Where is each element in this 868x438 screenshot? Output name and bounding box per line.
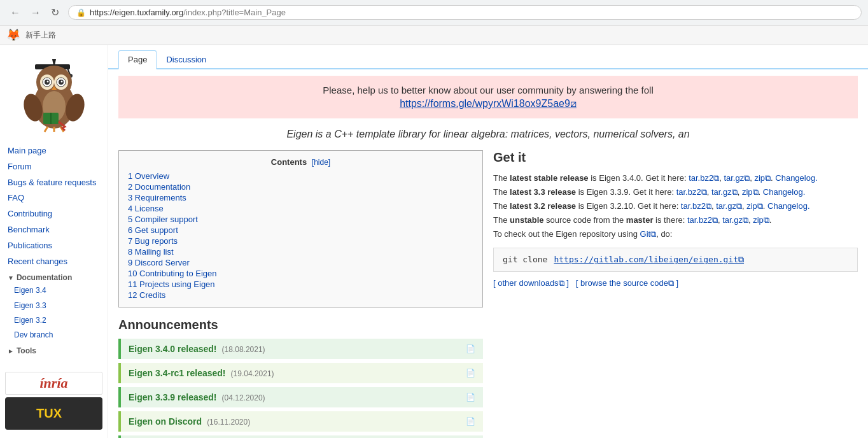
refresh-button[interactable]: ↻ bbox=[47, 5, 63, 20]
toc-hide[interactable]: [hide] bbox=[312, 158, 330, 167]
toc-item: 9 Discord Server bbox=[128, 257, 473, 268]
33-tar-bz2[interactable]: tar.bz2⧉ bbox=[676, 187, 707, 197]
top-bar: 🦊 新手上路 bbox=[0, 25, 868, 45]
get-it-text: The latest stable release is Eigen 3.4.0… bbox=[493, 171, 858, 241]
33-tar-gz[interactable]: tar.gz⧉ bbox=[711, 187, 738, 197]
unstable-bold: unstable bbox=[510, 215, 543, 225]
sidebar-nav: Main page Forum Bugs & feature requests … bbox=[0, 143, 108, 357]
forward-button[interactable]: → bbox=[27, 5, 45, 20]
toc-item: 1 Overview bbox=[128, 171, 473, 181]
svg-line-18 bbox=[45, 127, 48, 132]
unstable-tar-bz2[interactable]: tar.bz2⧉ bbox=[687, 215, 718, 225]
code-block: git clone https://gitlab.com/libeigen/ei… bbox=[493, 248, 858, 272]
tools-section[interactable]: ► Tools bbox=[5, 343, 102, 357]
announce-card-1: Eigen 3.4.0 released!(18.08.2021) 📄 bbox=[118, 339, 483, 359]
other-downloads-link[interactable]: [ other downloads⧉ ] bbox=[493, 278, 569, 288]
browse-source-link[interactable]: [ browse the source code⧉ ] bbox=[576, 278, 678, 288]
sidebar: Main page Forum Bugs & feature requests … bbox=[0, 45, 108, 438]
banner-link[interactable]: https://forms.gle/wpyrxWi18ox9Z5ae9⧄ bbox=[131, 98, 845, 110]
git-command: git clone bbox=[503, 255, 547, 265]
unstable-zip[interactable]: zip⧉ bbox=[753, 215, 769, 225]
toc-link-12[interactable]: 12 Credits bbox=[128, 290, 165, 300]
toc-item: 3 Requirements bbox=[128, 192, 473, 203]
master-bold: master bbox=[626, 215, 654, 225]
documentation-subsection: Eigen 3.4 Eigen 3.3 Eigen 3.2 Dev branch bbox=[5, 283, 102, 343]
announce-date-3: (04.12.2020) bbox=[222, 393, 265, 402]
sidebar-item-contributing[interactable]: Contributing bbox=[5, 206, 102, 222]
col-left: Contents [hide] 1 Overview 2 Documentati… bbox=[118, 150, 483, 438]
address-bar[interactable]: 🔒 https://eigen.tuxfamily.org/index.php?… bbox=[68, 5, 862, 20]
32-zip[interactable]: zip⧉ bbox=[746, 201, 763, 211]
announce-icon-2: 📄 bbox=[466, 369, 475, 378]
tagline: Eigen is a C++ template library for line… bbox=[118, 129, 858, 140]
lock-icon: 🔒 bbox=[76, 8, 86, 17]
33-changelog[interactable]: Changelog. bbox=[763, 187, 806, 197]
announce-icon-3: 📄 bbox=[466, 393, 475, 402]
toc-item: 11 Projects using Eigen bbox=[128, 279, 473, 290]
sidebar-item-dev-branch[interactable]: Dev branch bbox=[11, 328, 102, 343]
sidebar-item-eigen32[interactable]: Eigen 3.2 bbox=[11, 313, 102, 328]
sidebar-item-forum[interactable]: Forum bbox=[5, 159, 102, 175]
sidebar-item-faq[interactable]: FAQ bbox=[5, 190, 102, 206]
toc-link-5[interactable]: 5 Compiler support bbox=[128, 215, 198, 224]
svg-text:TUX: TUX bbox=[36, 406, 62, 420]
sidebar-item-bugs[interactable]: Bugs & feature requests bbox=[5, 175, 102, 191]
toc-item: 12 Credits bbox=[128, 290, 473, 300]
toc-link-10[interactable]: 10 Contributing to Eigen bbox=[128, 269, 216, 278]
get-it-title: Get it bbox=[493, 150, 858, 165]
firefox-logo: 🦊 bbox=[6, 28, 20, 42]
stable-zip[interactable]: zip⧉ bbox=[754, 173, 771, 183]
32-changelog[interactable]: Changelog. bbox=[767, 201, 810, 211]
33-zip[interactable]: zip⧉ bbox=[742, 187, 759, 197]
git-link[interactable]: Git⧉ bbox=[640, 229, 657, 239]
announce-card-4: Eigen on Discord(16.11.2020) 📄 bbox=[118, 411, 483, 432]
toc-link-4[interactable]: 4 License bbox=[128, 204, 164, 213]
toc-link-3[interactable]: 3 Requirements bbox=[128, 193, 186, 202]
announce-card-5: Eigen 3.3.8 released!(05.10.2020) 📄 bbox=[118, 435, 483, 438]
get-it-links: [ other downloads⧉ ] [ browse the source… bbox=[493, 278, 858, 288]
documentation-section[interactable]: ▼ Documentation bbox=[5, 269, 102, 283]
toc-link-8[interactable]: 8 Mailing list bbox=[128, 247, 174, 257]
stable-tar-gz[interactable]: tar.gz⧉ bbox=[724, 173, 750, 183]
two-col: Contents [hide] 1 Overview 2 Documentati… bbox=[118, 150, 858, 438]
announce-icon-1: 📄 bbox=[466, 344, 475, 353]
32-tar-gz[interactable]: tar.gz⧉ bbox=[716, 201, 742, 211]
stable-tar-bz2[interactable]: tar.bz2⧉ bbox=[689, 173, 719, 183]
announce-date-1: (18.08.2021) bbox=[222, 345, 265, 354]
stable-changelog[interactable]: Changelog. bbox=[775, 173, 818, 183]
tab-page[interactable]: Page bbox=[118, 50, 157, 69]
sidebar-item-eigen33[interactable]: Eigen 3.3 bbox=[11, 299, 102, 313]
toc-link-1[interactable]: 1 Overview bbox=[128, 171, 169, 181]
toc-link-2[interactable]: 2 Documentation bbox=[128, 182, 190, 192]
toc-item: 6 Get support bbox=[128, 225, 473, 236]
unstable-tar-gz[interactable]: tar.gz⧉ bbox=[722, 215, 748, 225]
url-base: https://eigen.tuxfamily.org bbox=[90, 8, 183, 17]
back-button[interactable]: ← bbox=[6, 5, 24, 20]
sidebar-logo bbox=[0, 52, 108, 143]
tux-logo-svg: TUX bbox=[29, 400, 80, 425]
collapse-arrow: ▼ bbox=[8, 274, 14, 281]
url-text: https://eigen.tuxfamily.org/index.php?ti… bbox=[90, 8, 286, 17]
announce-date-2: (19.04.2021) bbox=[231, 369, 274, 378]
toc-item: 8 Mailing list bbox=[128, 246, 473, 257]
nav-buttons: ← → ↻ bbox=[6, 5, 63, 20]
announce-title-4: Eigen on Discord bbox=[129, 416, 202, 427]
toc-link-9[interactable]: 9 Discord Server bbox=[128, 258, 190, 267]
tab-discussion[interactable]: Discussion bbox=[157, 50, 216, 68]
32-tar-bz2[interactable]: tar.bz2⧉ bbox=[681, 201, 711, 211]
announce-title-3: Eigen 3.3.9 released! bbox=[129, 392, 217, 402]
browser-chrome: ← → ↻ 🔒 https://eigen.tuxfamily.org/inde… bbox=[0, 0, 868, 25]
sidebar-item-main-page[interactable]: Main page bbox=[5, 143, 102, 159]
banner-text: Please, help us to better know about our… bbox=[323, 85, 653, 95]
sidebar-item-eigen34[interactable]: Eigen 3.4 bbox=[11, 283, 102, 298]
sidebar-item-benchmark[interactable]: Benchmark bbox=[5, 222, 102, 238]
toc-link-11[interactable]: 11 Projects using Eigen bbox=[128, 279, 215, 289]
toc-link-7[interactable]: 7 Bug reports bbox=[128, 236, 178, 246]
sidebar-item-recent-changes[interactable]: Recent changes bbox=[5, 254, 102, 270]
stable-bold: latest stable release bbox=[510, 173, 589, 183]
toc-link-6[interactable]: 6 Get support bbox=[128, 225, 178, 235]
top-bar-label: 新手上路 bbox=[25, 30, 56, 41]
33-bold: latest 3.3 release bbox=[510, 187, 576, 197]
sidebar-item-publications[interactable]: Publications bbox=[5, 238, 102, 254]
gitlab-link[interactable]: https://gitlab.com/libeigen/eigen.git⧉ bbox=[554, 255, 744, 265]
